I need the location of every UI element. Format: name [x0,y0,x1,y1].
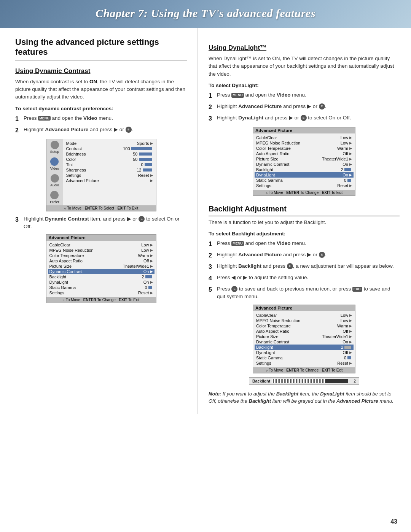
menu-screenshot-backlight: Advanced Picture CableClear Low ▶ MPEG N… [253,305,355,373]
menu-main-area: Setup Video Audio Prefer [46,139,156,205]
advanced-menu-items-1: CableClear Low ▶ MPEG Noise Reduction Lo… [46,241,156,297]
chapter-title: Chapter 7: Using the TV's advanced featu… [8,7,403,20]
backlight-track [272,379,348,383]
menu-btn-bl: MENU [231,241,244,246]
dl-adv-staticgamma: Static Gamma 0 [255,178,354,183]
backlight-bar-value: 2 [350,379,356,383]
bl-step-5: 5 Press E to save and back to previous m… [209,285,400,301]
backlight-bar-sm [145,275,152,278]
dl-arrow: ▶ [150,280,153,284]
video-icon [50,157,59,166]
bl-mpeg-arrow: ▶ [349,319,352,322]
dl-adv-dynalight-highlighted: DynaLight On ▶ [255,172,354,178]
dl-cc-arrow: ▶ [349,136,352,140]
dl-adv-dyncontrast: Dynamic Contrast On ▶ [255,162,354,167]
enter-dl2-icon: E [319,103,325,110]
menu-screenshot-dynalight: Advanced Picture CableClear Low ▶ MPEG N… [253,127,355,196]
backlight-menu-title: Advanced Picture [253,305,355,311]
bl-adv-colortemp: Color Temperature Warm ▶ [255,323,354,329]
enter-bl5-icon: E [231,286,237,292]
enter-bl3-icon: E [287,263,293,269]
bl-step-1: 1 Press MENU and open the Video menu. [209,240,400,249]
subsection-heading-dynalight: Using DynaLight™ [209,44,400,52]
menu-footer-2: ⬦ To Move ENTER To Change EXIT To Exit [46,297,156,303]
setup-label: Setup [50,150,59,154]
enter-icon: E [126,127,132,133]
bl-ct-arrow: ▶ [349,324,352,328]
dynalight-sub-heading: To select DynaLight: [209,83,400,88]
ps-arrow: ▶ [150,264,153,268]
dl-dc-arrow: ▶ [349,162,352,166]
audio-icon [51,174,59,183]
audio-icon-box: Audio [50,174,59,187]
menu-items-video: Mode Sports ▶ Contrast 100 Brightness 50… [63,139,156,205]
step-3: 3 Highlight Dynamic Contrast item, and p… [15,215,187,231]
adv-row-backlight: Backlight 2 [48,274,155,279]
dl-adv-backlight: Backlight 2 [255,167,354,172]
bl-cc-arrow: ▶ [349,313,352,317]
dl-step-2: 2 Highlight Advanced Picture and press ▶… [209,103,400,112]
dynalight-menu-items: CableClear Low ▶ MPEG Noise Reduction Lo… [253,133,355,190]
dl-bl-bar [344,168,351,171]
menu-row-sharpness: Sharpness 12 [65,167,155,173]
dl-adv-cableclear: CableClear Low ▶ [255,135,354,140]
dynamic-contrast-sub-heading: To select dynamic contrast preferences: [15,106,187,111]
bl-menu-footer: ⬦ To Move ENTER To Change EXIT To Exit [253,367,355,373]
dc-arrow: ▶ [150,270,153,273]
menu-sidebar: Setup Video Audio Prefer [46,139,63,205]
menu-row-settings: Settings Reset ▶ [65,173,155,178]
bl-adv-backlight-highlighted: Backlight 2 [255,345,354,350]
bl-adv-mpeg: MPEG Noise Reduction Low ▶ [255,318,354,323]
adv-row-dynalight: DynaLight On ▶ [48,279,155,285]
menu-screenshot-video: Setup Video Audio Prefer [46,139,156,211]
bl-adv-dynalight: DynaLight Off ▶ [255,350,354,355]
dl-aa-arrow: ▶ [349,152,352,156]
setup-icon [51,141,59,149]
left-column: Using the advanced picture settings feat… [0,28,198,414]
bl-stg-arrow: ▶ [349,361,352,365]
ct-arrow: ▶ [150,254,153,257]
setup-icon-box: Setup [50,141,59,154]
bl-adv-picturesize: Picture Size TheaterWide1 ▶ [255,334,354,339]
prefer-icon-box: Prefer [50,191,59,204]
bl-ps-arrow: ▶ [349,335,352,338]
bl-dc-arrow: ▶ [349,340,352,344]
enter2-icon: E [139,216,145,222]
adv-row-cableclear: CableClear Low ▶ [48,242,155,248]
subsection-heading-dynamic-contrast: Using Dynamic Contrast [15,67,187,75]
dl-step-1: 1 Press MENU and open the Video menu. [209,91,400,100]
stg-arrow: ▶ [150,291,153,295]
menu-footer-1: ⬦ To Move ENTER To Select EXIT To Exit [46,205,156,211]
backlight-fill [272,379,325,383]
brightness-bar [139,152,152,156]
dl-adv-settings: Settings Reset ▶ [255,183,354,188]
bl-adv-dyncontrast: Dynamic Contrast On ▶ [255,339,354,345]
prefer-icon [50,191,59,199]
bl-adv-settings: Settings Reset ▶ [255,360,354,366]
bl-adv-autoaspect: Auto Aspect Ratio Off ▶ [255,329,354,334]
video-icon-box: Video [50,157,59,170]
advanced-picture-title-1: Advanced Picture [46,235,156,241]
bl-step-4: 4 Press ◀ or ▶ to adjust the setting val… [209,274,400,283]
dynalight-body: When DynaLight™ is set to ON, the TV wil… [209,55,400,78]
menu-row-brightness: Brightness 50 [65,151,155,157]
backlight-note: Note: If you want to adjust the Backligh… [209,390,400,405]
cc-arrow: ▶ [150,243,153,247]
dl-adv-autoaspect: Auto Aspect Ratio Off ▶ [255,151,354,156]
dl-adv-colortemp: Color Temperature Warm ▶ [255,146,354,151]
menu-screenshot-advanced-1: Advanced Picture CableClear Low ▶ MPEG N… [46,234,156,303]
menu-row-mode: Mode Sports ▶ [65,141,155,146]
backlight-body: There is a function to let you to adjust… [209,219,400,226]
enter-dl3-icon: E [301,115,307,121]
dl-step-3: 3 Highlight DynaLight and press ▶ or E t… [209,114,400,123]
arrow-icon: ▶ [150,141,153,145]
adv-row-dyncontrast-highlighted: Dynamic Contrast On ▶ [48,269,155,274]
menu-button-icon: MENU [38,116,51,121]
audio-label: Audio [50,183,59,187]
dl-mpeg-arrow: ▶ [349,141,352,145]
color-bar [139,158,152,161]
right-column: Using DynaLight™ When DynaLight™ is set … [198,28,411,414]
mpeg-arrow: ▶ [150,248,153,252]
sg-bar [148,286,152,289]
dl-dl-arrow: ▶ [349,173,352,177]
